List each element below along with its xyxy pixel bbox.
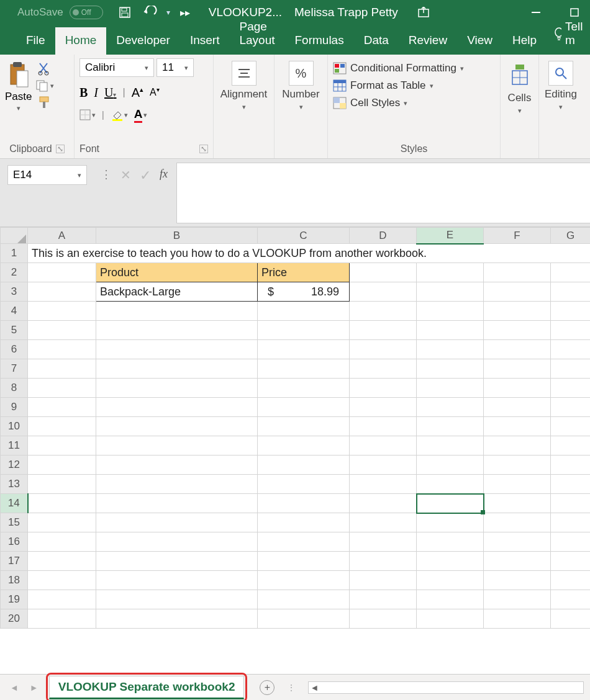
row-head-11[interactable]: 11 [1, 436, 28, 455]
cell-c7[interactable] [258, 359, 350, 379]
cell-e4[interactable] [417, 302, 484, 321]
paste-button[interactable]: Paste ▾ [5, 58, 32, 112]
row-head-2[interactable]: 2 [1, 263, 28, 282]
row-head-3[interactable]: 3 [1, 282, 28, 302]
copy-icon[interactable]: ▾ [35, 79, 54, 92]
cancel-formula-icon[interactable]: ✕ [120, 168, 131, 182]
cell-c3[interactable]: $18.99 [258, 282, 350, 302]
cell-f12[interactable] [484, 455, 551, 475]
cell-e7[interactable] [417, 359, 484, 379]
cell-b15[interactable] [96, 513, 258, 532]
format-as-table-button[interactable]: Format as Table▾ [333, 79, 464, 92]
cell-d5[interactable] [350, 321, 417, 340]
cell-f20[interactable] [484, 609, 551, 629]
font-color-button[interactable]: A▾ [134, 107, 148, 123]
cell-d7[interactable] [350, 359, 417, 379]
row-head-15[interactable]: 15 [1, 513, 28, 532]
cell-d4[interactable] [350, 302, 417, 321]
cell-d10[interactable] [350, 417, 417, 436]
cell-f7[interactable] [484, 359, 551, 379]
cell-c8[interactable] [258, 379, 350, 398]
cut-icon[interactable] [37, 62, 52, 76]
row-head-20[interactable]: 20 [1, 609, 28, 629]
cell-g10[interactable] [551, 417, 591, 436]
cell-e13[interactable] [417, 475, 484, 494]
cell-f11[interactable] [484, 436, 551, 455]
cell-e17[interactable] [417, 552, 484, 571]
cell-b19[interactable] [96, 590, 258, 609]
more-commands-icon[interactable]: ▸▸ [180, 7, 190, 19]
cell-a9[interactable] [28, 398, 96, 417]
cell-b16[interactable] [96, 532, 258, 552]
cell-b12[interactable] [96, 455, 258, 475]
share-icon[interactable] [413, 2, 434, 23]
row-head-16[interactable]: 16 [1, 532, 28, 552]
col-head-a[interactable]: A [28, 228, 96, 244]
row-head-13[interactable]: 13 [1, 475, 28, 494]
cell-a19[interactable] [28, 590, 96, 609]
cell-e6[interactable] [417, 340, 484, 359]
cell-d13[interactable] [350, 475, 417, 494]
tab-view[interactable]: View [457, 27, 502, 55]
cell-e10[interactable] [417, 417, 484, 436]
cell-d18[interactable] [350, 571, 417, 590]
formula-more-icon[interactable]: ⋮ [101, 168, 112, 181]
cell-g7[interactable] [551, 359, 591, 379]
cell-a13[interactable] [28, 475, 96, 494]
cell-a20[interactable] [28, 609, 96, 629]
cell-f9[interactable] [484, 398, 551, 417]
cell-d19[interactable] [350, 590, 417, 609]
cell-g6[interactable] [551, 340, 591, 359]
cell-f17[interactable] [484, 552, 551, 571]
cell-e16[interactable] [417, 532, 484, 552]
conditional-formatting-button[interactable]: Conditional Formatting▾ [333, 62, 464, 74]
col-head-d[interactable]: D [350, 228, 417, 244]
tab-file[interactable]: File [16, 27, 55, 55]
cell-c17[interactable] [258, 552, 350, 571]
tab-home[interactable]: Home [55, 27, 107, 55]
row-head-4[interactable]: 4 [1, 302, 28, 321]
row-head-7[interactable]: 7 [1, 359, 28, 379]
cell-a7[interactable] [28, 359, 96, 379]
cell-e8[interactable] [417, 379, 484, 398]
row-head-6[interactable]: 6 [1, 340, 28, 359]
cell-a14[interactable] [28, 494, 96, 513]
cell-b9[interactable] [96, 398, 258, 417]
cell-b18[interactable] [96, 571, 258, 590]
sheet-more-icon[interactable]: ⋮ [287, 683, 296, 693]
cell-c18[interactable] [258, 571, 350, 590]
formula-input[interactable] [176, 163, 590, 223]
cell-d3[interactable] [350, 282, 417, 302]
cell-c19[interactable] [258, 590, 350, 609]
cell-a5[interactable] [28, 321, 96, 340]
cell-styles-button[interactable]: Cell Styles▾ [333, 97, 464, 109]
fill-color-button[interactable]: ▾ [111, 109, 128, 121]
cell-f14[interactable] [484, 494, 551, 513]
cell-g8[interactable] [551, 379, 591, 398]
cell-f4[interactable] [484, 302, 551, 321]
cell-g14[interactable] [551, 494, 591, 513]
alignment-button[interactable]: Alignment ▾ [217, 58, 271, 114]
row-head-17[interactable]: 17 [1, 552, 28, 571]
cell-d16[interactable] [350, 532, 417, 552]
cell-a4[interactable] [28, 302, 96, 321]
cell-b17[interactable] [96, 552, 258, 571]
cell-a15[interactable] [28, 513, 96, 532]
cell-e20[interactable] [417, 609, 484, 629]
cell-a8[interactable] [28, 379, 96, 398]
cell-f6[interactable] [484, 340, 551, 359]
cell-b7[interactable] [96, 359, 258, 379]
cell-a11[interactable] [28, 436, 96, 455]
cell-f18[interactable] [484, 571, 551, 590]
cell-e9[interactable] [417, 398, 484, 417]
undo-dropdown[interactable]: ▾ [166, 8, 170, 17]
cell-d14[interactable] [350, 494, 417, 513]
cell-c16[interactable] [258, 532, 350, 552]
cell-b20[interactable] [96, 609, 258, 629]
cell-b2[interactable]: Product [96, 263, 258, 282]
row-head-1[interactable]: 1 [1, 244, 28, 263]
cell-e5[interactable] [417, 321, 484, 340]
tab-formulas[interactable]: Formulas [285, 27, 354, 55]
row-head-14[interactable]: 14 [1, 494, 28, 513]
cell-c13[interactable] [258, 475, 350, 494]
